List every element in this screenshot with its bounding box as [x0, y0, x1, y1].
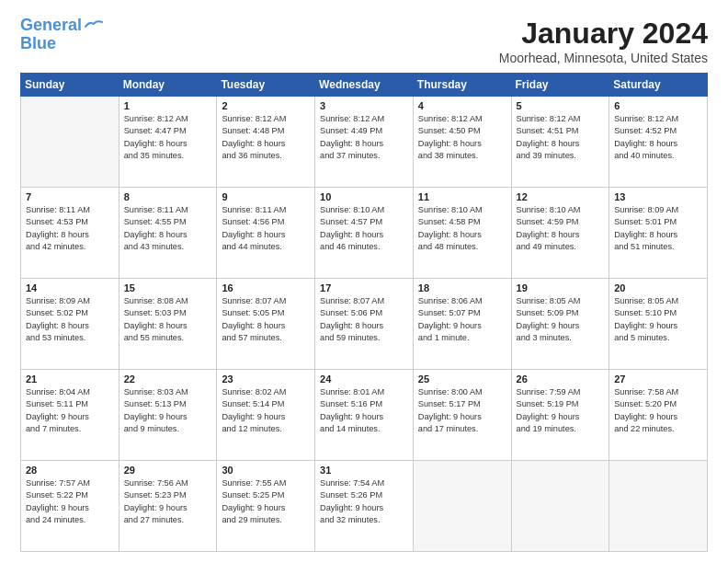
- day-cell: 24Sunrise: 8:01 AMSunset: 5:16 PMDayligh…: [315, 370, 414, 461]
- week-row-3: 14Sunrise: 8:09 AMSunset: 5:02 PMDayligh…: [21, 279, 708, 370]
- day-cell: 19Sunrise: 8:05 AMSunset: 5:09 PMDayligh…: [511, 279, 609, 370]
- day-number: 15: [124, 282, 212, 293]
- week-row-5: 28Sunrise: 7:57 AMSunset: 5:22 PMDayligh…: [21, 461, 708, 552]
- day-info: Sunrise: 8:05 AMSunset: 5:10 PMDaylight:…: [614, 295, 702, 344]
- day-info: Sunrise: 8:08 AMSunset: 5:03 PMDaylight:…: [124, 295, 212, 344]
- day-info: Sunrise: 8:07 AMSunset: 5:06 PMDaylight:…: [320, 295, 408, 344]
- day-number: 14: [26, 282, 114, 293]
- day-number: 20: [614, 282, 702, 293]
- day-number: 12: [517, 191, 605, 202]
- day-cell: [609, 461, 708, 552]
- week-row-1: 1Sunrise: 8:12 AMSunset: 4:47 PMDaylight…: [21, 97, 708, 188]
- logo-bird-icon: [84, 19, 104, 34]
- day-cell: 5Sunrise: 8:12 AMSunset: 4:51 PMDaylight…: [511, 97, 609, 188]
- day-info: Sunrise: 8:04 AMSunset: 5:11 PMDaylight:…: [26, 386, 114, 435]
- weekday-header-thursday: Thursday: [413, 74, 511, 97]
- weekday-header-wednesday: Wednesday: [315, 74, 414, 97]
- day-number: 6: [614, 100, 702, 111]
- day-info: Sunrise: 8:12 AMSunset: 4:49 PMDaylight:…: [320, 113, 408, 162]
- day-info: Sunrise: 8:10 AMSunset: 4:57 PMDaylight:…: [320, 204, 408, 253]
- logo-line2: Blue: [20, 34, 56, 52]
- day-number: 5: [517, 100, 605, 111]
- day-number: 17: [320, 282, 408, 293]
- day-cell: 22Sunrise: 8:03 AMSunset: 5:13 PMDayligh…: [119, 370, 217, 461]
- day-info: Sunrise: 8:02 AMSunset: 5:14 PMDaylight:…: [222, 386, 310, 435]
- day-info: Sunrise: 8:12 AMSunset: 4:47 PMDaylight:…: [124, 113, 212, 162]
- day-cell: 20Sunrise: 8:05 AMSunset: 5:10 PMDayligh…: [609, 279, 708, 370]
- day-cell: 29Sunrise: 7:56 AMSunset: 5:23 PMDayligh…: [119, 461, 217, 552]
- day-number: 21: [26, 373, 114, 385]
- day-cell: 9Sunrise: 8:11 AMSunset: 4:56 PMDaylight…: [217, 188, 315, 279]
- day-number: 19: [517, 282, 605, 293]
- day-number: 25: [418, 373, 506, 385]
- day-info: Sunrise: 8:00 AMSunset: 5:17 PMDaylight:…: [418, 386, 506, 435]
- day-cell: 4Sunrise: 8:12 AMSunset: 4:50 PMDaylight…: [413, 97, 511, 188]
- day-number: 31: [320, 465, 408, 476]
- day-info: Sunrise: 8:12 AMSunset: 4:51 PMDaylight:…: [517, 113, 605, 162]
- day-info: Sunrise: 8:12 AMSunset: 4:50 PMDaylight:…: [418, 113, 506, 162]
- day-number: 3: [320, 100, 408, 111]
- day-number: 10: [320, 191, 408, 202]
- day-info: Sunrise: 8:12 AMSunset: 4:52 PMDaylight:…: [614, 113, 702, 162]
- calendar-table: SundayMondayTuesdayWednesdayThursdayFrid…: [20, 73, 708, 552]
- day-number: 27: [614, 373, 702, 385]
- day-info: Sunrise: 8:11 AMSunset: 4:56 PMDaylight:…: [222, 204, 310, 253]
- day-cell: 21Sunrise: 8:04 AMSunset: 5:11 PMDayligh…: [21, 370, 119, 461]
- day-info: Sunrise: 7:54 AMSunset: 5:26 PMDaylight:…: [320, 477, 408, 526]
- day-cell: 7Sunrise: 8:11 AMSunset: 4:53 PMDaylight…: [21, 188, 119, 279]
- day-cell: [511, 461, 609, 552]
- day-cell: 13Sunrise: 8:09 AMSunset: 5:01 PMDayligh…: [609, 188, 708, 279]
- day-number: 7: [26, 191, 114, 202]
- day-number: 4: [418, 100, 506, 111]
- day-info: Sunrise: 8:09 AMSunset: 5:01 PMDaylight:…: [614, 204, 702, 253]
- day-info: Sunrise: 8:10 AMSunset: 4:59 PMDaylight:…: [517, 204, 605, 253]
- day-cell: [21, 97, 119, 188]
- logo-line1: General: [20, 16, 82, 34]
- day-number: 18: [418, 282, 506, 293]
- day-info: Sunrise: 8:09 AMSunset: 5:02 PMDaylight:…: [26, 295, 114, 344]
- day-cell: 10Sunrise: 8:10 AMSunset: 4:57 PMDayligh…: [315, 188, 414, 279]
- day-cell: 2Sunrise: 8:12 AMSunset: 4:48 PMDaylight…: [217, 97, 315, 188]
- day-info: Sunrise: 7:58 AMSunset: 5:20 PMDaylight:…: [614, 386, 702, 435]
- day-cell: 16Sunrise: 8:07 AMSunset: 5:05 PMDayligh…: [217, 279, 315, 370]
- day-number: 28: [26, 465, 114, 476]
- day-cell: 11Sunrise: 8:10 AMSunset: 4:58 PMDayligh…: [413, 188, 511, 279]
- day-number: 29: [124, 465, 212, 476]
- day-number: 16: [222, 282, 310, 293]
- day-info: Sunrise: 8:10 AMSunset: 4:58 PMDaylight:…: [418, 204, 506, 253]
- day-number: 26: [517, 373, 605, 385]
- day-number: 11: [418, 191, 506, 202]
- day-cell: 14Sunrise: 8:09 AMSunset: 5:02 PMDayligh…: [21, 279, 119, 370]
- day-cell: 30Sunrise: 7:55 AMSunset: 5:25 PMDayligh…: [217, 461, 315, 552]
- weekday-header-saturday: Saturday: [609, 74, 708, 97]
- day-cell: 27Sunrise: 7:58 AMSunset: 5:20 PMDayligh…: [609, 370, 708, 461]
- location-title: Moorhead, Minnesota, United States: [499, 51, 708, 65]
- day-info: Sunrise: 8:06 AMSunset: 5:07 PMDaylight:…: [418, 295, 506, 344]
- day-info: Sunrise: 7:57 AMSunset: 5:22 PMDaylight:…: [26, 477, 114, 526]
- day-number: 22: [124, 373, 212, 385]
- logo: General Blue: [20, 17, 104, 53]
- day-info: Sunrise: 7:59 AMSunset: 5:19 PMDaylight:…: [517, 386, 605, 435]
- day-info: Sunrise: 8:11 AMSunset: 4:53 PMDaylight:…: [26, 204, 114, 253]
- day-number: 13: [614, 191, 702, 202]
- day-cell: 1Sunrise: 8:12 AMSunset: 4:47 PMDaylight…: [119, 97, 217, 188]
- day-number: 8: [124, 191, 212, 202]
- day-number: 1: [124, 100, 212, 111]
- day-cell: 8Sunrise: 8:11 AMSunset: 4:55 PMDaylight…: [119, 188, 217, 279]
- weekday-header-friday: Friday: [511, 74, 609, 97]
- day-number: 23: [222, 373, 310, 385]
- day-cell: 15Sunrise: 8:08 AMSunset: 5:03 PMDayligh…: [119, 279, 217, 370]
- calendar-page: General Blue January 2024 Moorhead, Minn…: [0, 0, 728, 563]
- day-cell: 26Sunrise: 7:59 AMSunset: 5:19 PMDayligh…: [511, 370, 609, 461]
- title-block: January 2024 Moorhead, Minnesota, United…: [499, 17, 708, 65]
- day-number: 9: [222, 191, 310, 202]
- day-cell: 12Sunrise: 8:10 AMSunset: 4:59 PMDayligh…: [511, 188, 609, 279]
- day-info: Sunrise: 7:55 AMSunset: 5:25 PMDaylight:…: [222, 477, 310, 526]
- day-info: Sunrise: 8:11 AMSunset: 4:55 PMDaylight:…: [124, 204, 212, 253]
- day-cell: [413, 461, 511, 552]
- day-info: Sunrise: 8:12 AMSunset: 4:48 PMDaylight:…: [222, 113, 310, 162]
- day-info: Sunrise: 8:07 AMSunset: 5:05 PMDaylight:…: [222, 295, 310, 344]
- month-title: January 2024: [499, 17, 708, 51]
- weekday-header-row: SundayMondayTuesdayWednesdayThursdayFrid…: [21, 74, 708, 97]
- day-info: Sunrise: 8:05 AMSunset: 5:09 PMDaylight:…: [517, 295, 605, 344]
